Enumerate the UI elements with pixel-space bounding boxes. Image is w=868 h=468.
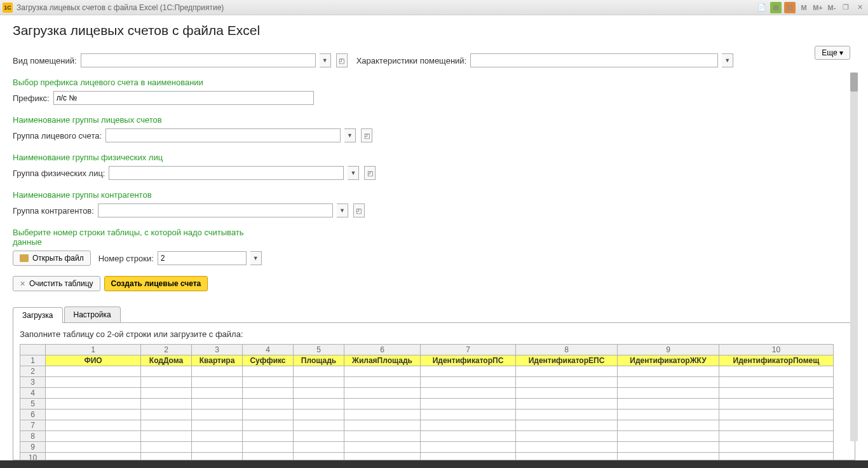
group-ls-expand[interactable]: ◰: [361, 128, 372, 142]
table-cell[interactable]: [719, 420, 834, 431]
table-cell[interactable]: [192, 453, 243, 461]
table-cell[interactable]: [516, 366, 618, 377]
group-ls-input[interactable]: [105, 128, 341, 142]
table-cell[interactable]: [344, 420, 421, 431]
table-cell[interactable]: [344, 453, 421, 461]
table-cell[interactable]: [719, 388, 834, 399]
table-cell[interactable]: [294, 410, 344, 420]
tab-settings[interactable]: Настройка: [64, 306, 121, 322]
calc-icon[interactable]: ▦: [770, 2, 782, 13]
room-type-dropdown[interactable]: ▼: [320, 53, 331, 67]
m-button[interactable]: M: [798, 2, 810, 13]
table-cell[interactable]: [243, 366, 294, 377]
group-fl-expand[interactable]: ◰: [364, 166, 376, 180]
table-cell[interactable]: [46, 410, 141, 420]
table-cell[interactable]: [141, 420, 192, 431]
room-type-expand[interactable]: ◰: [336, 53, 348, 67]
m-minus-button[interactable]: M-: [826, 2, 837, 13]
table-cell[interactable]: [243, 442, 294, 453]
create-accounts-button[interactable]: Создать лицевые счета: [104, 276, 208, 291]
prefix-input[interactable]: [53, 91, 314, 105]
table-cell[interactable]: [421, 410, 516, 420]
calendar-icon[interactable]: 31: [784, 2, 796, 13]
table-cell[interactable]: [243, 377, 294, 388]
table-cell[interactable]: [421, 388, 516, 399]
table-cell[interactable]: [344, 442, 421, 453]
table-cell[interactable]: [618, 399, 719, 410]
table-cell[interactable]: [421, 442, 516, 453]
group-fl-input[interactable]: [109, 166, 344, 180]
table-cell[interactable]: [618, 420, 719, 431]
table-cell[interactable]: [516, 431, 618, 442]
table-cell[interactable]: [344, 399, 421, 410]
table-cell[interactable]: [192, 399, 243, 410]
table-cell[interactable]: [618, 442, 719, 453]
table-cell[interactable]: [516, 420, 618, 431]
table-cell[interactable]: [46, 366, 141, 377]
more-button[interactable]: Еще ▾: [815, 46, 850, 60]
tab-load[interactable]: Загрузка: [13, 307, 63, 323]
table-cell[interactable]: [243, 410, 294, 420]
table-cell[interactable]: [618, 377, 719, 388]
table-cell[interactable]: [421, 431, 516, 442]
table-cell[interactable]: [141, 453, 192, 461]
clear-table-button[interactable]: ✕Очистить таблицу: [13, 276, 100, 291]
room-char-dropdown[interactable]: ▼: [722, 53, 733, 67]
table-cell[interactable]: [192, 420, 243, 431]
table-cell[interactable]: [46, 431, 141, 442]
group-k-dropdown[interactable]: ▼: [337, 203, 348, 217]
table-cell[interactable]: [192, 410, 243, 420]
table-cell[interactable]: [192, 366, 243, 377]
table-cell[interactable]: [294, 420, 344, 431]
table-cell[interactable]: [421, 399, 516, 410]
table-cell[interactable]: [719, 377, 834, 388]
table-cell[interactable]: [46, 388, 141, 399]
table-cell[interactable]: [719, 442, 834, 453]
room-type-input[interactable]: [81, 53, 316, 67]
table-cell[interactable]: [421, 366, 516, 377]
table-cell[interactable]: [421, 377, 516, 388]
scrollbar[interactable]: [850, 72, 858, 441]
table-cell[interactable]: [344, 377, 421, 388]
table-cell[interactable]: [719, 410, 834, 420]
table-cell[interactable]: [294, 366, 344, 377]
table-cell[interactable]: [421, 453, 516, 461]
table-cell[interactable]: [618, 388, 719, 399]
group-ls-dropdown[interactable]: ▼: [344, 128, 356, 142]
table-cell[interactable]: [46, 377, 141, 388]
table-cell[interactable]: [618, 366, 719, 377]
table-cell[interactable]: [618, 453, 719, 461]
row-num-input[interactable]: [158, 251, 247, 265]
table-cell[interactable]: [192, 431, 243, 442]
table-cell[interactable]: [516, 442, 618, 453]
table-cell[interactable]: [46, 399, 141, 410]
table-cell[interactable]: [46, 453, 141, 461]
table-cell[interactable]: [141, 442, 192, 453]
table-cell[interactable]: [294, 399, 344, 410]
table-cell[interactable]: [243, 453, 294, 461]
table-cell[interactable]: [141, 377, 192, 388]
table-cell[interactable]: [516, 388, 618, 399]
table-cell[interactable]: [294, 431, 344, 442]
table-cell[interactable]: [719, 431, 834, 442]
table-cell[interactable]: [294, 377, 344, 388]
table-cell[interactable]: [243, 420, 294, 431]
doc-icon[interactable]: 📄: [756, 2, 768, 13]
table-cell[interactable]: [243, 388, 294, 399]
table-cell[interactable]: [192, 442, 243, 453]
table-cell[interactable]: [192, 388, 243, 399]
group-k-expand[interactable]: ◰: [353, 203, 365, 217]
table-cell[interactable]: [719, 366, 834, 377]
group-k-input[interactable]: [98, 203, 333, 217]
table-cell[interactable]: [719, 453, 834, 461]
table-cell[interactable]: [192, 377, 243, 388]
table-cell[interactable]: [46, 442, 141, 453]
table-cell[interactable]: [618, 431, 719, 442]
table-cell[interactable]: [719, 399, 834, 410]
open-file-button[interactable]: Открыть файл: [13, 251, 91, 266]
table-cell[interactable]: [516, 410, 618, 420]
close-icon[interactable]: ✕: [854, 2, 865, 13]
table-cell[interactable]: [141, 388, 192, 399]
table-cell[interactable]: [294, 442, 344, 453]
table-cell[interactable]: [344, 366, 421, 377]
